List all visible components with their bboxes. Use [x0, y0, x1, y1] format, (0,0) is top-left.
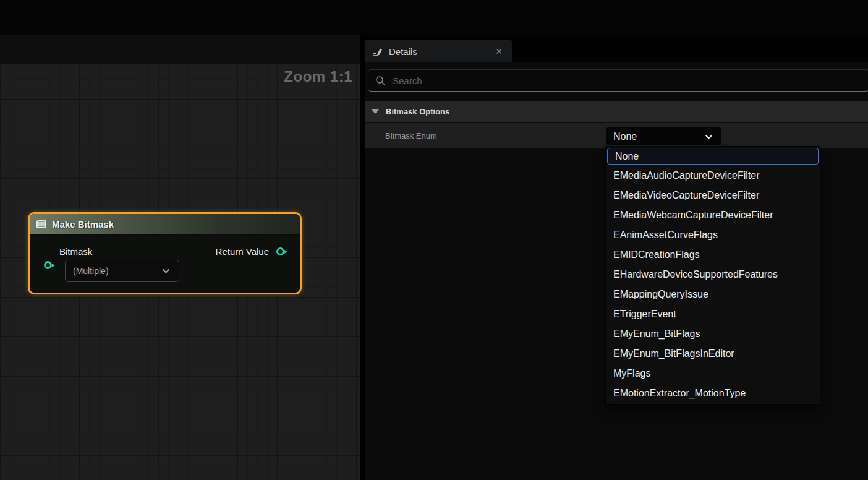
enum-option[interactable]: EMotionExtractor_MotionType [606, 384, 820, 403]
search-field[interactable] [368, 69, 868, 92]
enum-option[interactable]: EMediaVideoCaptureDeviceFilter [606, 186, 820, 205]
combobox-value: None [613, 131, 637, 142]
graph-toolbar [0, 35, 360, 64]
enum-option[interactable]: EMyEnum_BitFlags [606, 324, 820, 344]
details-tab-label: Details [389, 46, 487, 57]
chevron-down-icon [162, 268, 170, 273]
bitmask-multiselect-dropdown[interactable]: (Multiple) [65, 260, 179, 282]
bitmask-input-pin[interactable] [44, 261, 52, 269]
bitmask-pin-label: Bitmask [59, 246, 92, 257]
graph-canvas[interactable]: Zoom 1:1 Make Bitmask Bitmask (Multiple)… [0, 35, 360, 480]
enum-option[interactable]: EMediaAudioCaptureDeviceFilter [606, 166, 820, 186]
bitmask-enum-combobox[interactable]: None [606, 127, 721, 146]
enum-option[interactable]: EMediaWebcamCaptureDeviceFilter [606, 205, 820, 225]
top-bar [0, 0, 868, 35]
enum-option[interactable]: ETriggerEvent [606, 304, 820, 324]
section-title: Bitmask Options [386, 107, 449, 116]
enum-option[interactable]: EMyEnum_BitFlagsInEditor [606, 344, 820, 364]
make-struct-icon [36, 220, 46, 228]
details-tab[interactable]: Details ✕ [365, 40, 512, 62]
collapse-arrow-icon [372, 109, 379, 114]
enum-option[interactable]: EHardwareDeviceSupportedFeatures [606, 265, 820, 285]
enum-option[interactable]: EMappingQueryIssue [606, 285, 820, 304]
node-header[interactable]: Make Bitmask [30, 214, 300, 235]
details-icon [372, 46, 383, 57]
search-icon [375, 75, 386, 86]
enum-option[interactable]: EAnimAssetCurveFlags [606, 225, 820, 245]
details-panel: Details ✕ Bitmask Options Bitmask Enum N… [365, 35, 868, 480]
node-body: Bitmask (Multiple) Return Value [30, 235, 300, 293]
enum-option[interactable]: MyFlags [606, 364, 820, 384]
enum-option[interactable]: EMIDCreationFlags [606, 245, 820, 265]
return-value-output-pin[interactable] [276, 247, 284, 255]
node-title: Make Bitmask [52, 219, 114, 229]
enum-dropdown-menu: None EMediaAudioCaptureDeviceFilter EMed… [605, 146, 820, 405]
enum-option-none[interactable]: None [607, 148, 819, 165]
bitmask-options-header[interactable]: Bitmask Options [365, 101, 868, 122]
return-value-label: Return Value [216, 246, 269, 257]
close-icon[interactable]: ✕ [493, 46, 504, 56]
zoom-indicator: Zoom 1:1 [284, 68, 352, 85]
chevron-down-icon [705, 134, 713, 139]
make-bitmask-node[interactable]: Make Bitmask Bitmask (Multiple) Return V… [28, 212, 302, 294]
search-input[interactable] [391, 75, 862, 87]
multiselect-value: (Multiple) [73, 266, 109, 276]
node-body-container: Make Bitmask Bitmask (Multiple) Return V… [30, 214, 300, 293]
bitmask-enum-label: Bitmask Enum [365, 131, 437, 140]
